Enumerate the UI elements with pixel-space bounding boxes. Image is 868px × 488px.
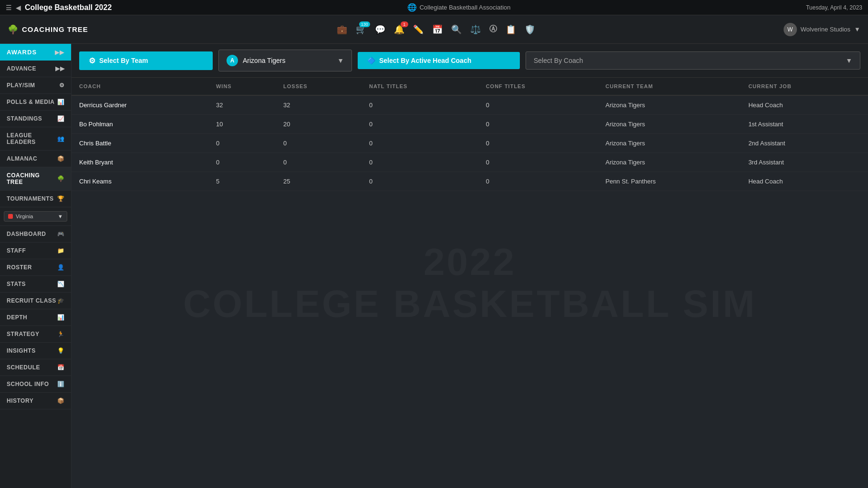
user-dropdown-arrow[interactable]: ▼: [854, 26, 860, 33]
cell-current_team: Arizona Tigers: [598, 153, 741, 172]
sidebar-item-strategy[interactable]: STRATEGY 🏃: [0, 326, 71, 343]
cell-natl_titles: 0: [362, 115, 478, 134]
select-by-head-coach-button[interactable]: 🔷 Select By Active Head Coach: [358, 52, 520, 69]
scale-icon[interactable]: ⚖️: [470, 24, 481, 35]
team-dropdown-arrow-icon: ▼: [337, 57, 344, 64]
cell-losses: 20: [276, 115, 362, 134]
sidebar-item-league-leaders[interactable]: LEAGUE LEADERS 👥: [0, 127, 71, 151]
avatar: W: [784, 23, 797, 36]
playsim-icon: ⚙: [59, 82, 65, 89]
edit-icon[interactable]: ✏️: [413, 24, 424, 35]
cell-natl_titles: 0: [362, 153, 478, 172]
sidebar-item-standings[interactable]: STANDINGS 📈: [0, 111, 71, 127]
sidebar-item-playsim[interactable]: PLAY/SIM ⚙: [0, 77, 71, 94]
sidebar-item-school-info[interactable]: SCHOOL INFO ℹ️: [0, 376, 71, 393]
league-leaders-icon: 👥: [57, 135, 65, 142]
cell-wins: 32: [208, 95, 276, 115]
sidebar-top-awards[interactable]: AWARDS ▶▶: [0, 44, 71, 61]
cell-natl_titles: 0: [362, 95, 478, 115]
select-by-team-button[interactable]: ⚙ Select By Team: [79, 51, 213, 70]
cell-wins: 10: [208, 115, 276, 134]
sidebar-item-tournaments[interactable]: TOURNAMENTS 🏆: [0, 191, 71, 207]
shield-icon[interactable]: 🛡️: [525, 24, 535, 35]
sidebar-item-dashboard[interactable]: DASHBOARD 🎮: [0, 226, 71, 243]
search-icon[interactable]: 🔍: [451, 24, 462, 35]
menu-icon[interactable]: ☰: [6, 4, 12, 11]
select-by-coach-dropdown[interactable]: Select By Coach ▼: [526, 51, 860, 70]
sidebar-item-history[interactable]: HISTORY 📦: [0, 393, 71, 409]
cell-conf_titles: 0: [478, 134, 598, 153]
sidebar-item-almanac[interactable]: ALMANAC 📦: [0, 151, 71, 167]
cell-current_job: 2nd Assistant: [741, 134, 868, 153]
cell-natl_titles: 0: [362, 134, 478, 153]
cell-current_job: 1st Assistant: [741, 115, 868, 134]
team-dropdown-label: Arizona Tigers: [243, 57, 285, 64]
sidebar-item-depth[interactable]: DEPTH 📊: [0, 309, 71, 326]
team-color-dot: [8, 214, 13, 219]
league-name: Collegiate Basketball Association: [420, 4, 511, 11]
sidebar-item-insights[interactable]: INSIGHTS 💡: [0, 343, 71, 359]
col-header-current-team: CURRENT TEAM: [598, 78, 741, 95]
stats-label: STATS: [7, 281, 26, 287]
history-label: HISTORY: [7, 397, 33, 404]
cell-current_team: Arizona Tigers: [598, 95, 741, 115]
cell-coach: Chri Keams: [72, 172, 208, 191]
table-row[interactable]: Derricus Gardner323200Arizona TigersHead…: [72, 95, 868, 115]
polls-icon: 📊: [57, 99, 65, 105]
coaching-tree-icon: 🌳: [8, 24, 18, 35]
cart-icon[interactable]: 🛒130: [356, 24, 366, 35]
cell-conf_titles: 0: [478, 95, 598, 115]
cell-wins: 0: [208, 134, 276, 153]
team-select-dropdown[interactable]: Virginia ▼: [4, 211, 67, 222]
coaching-tree-sidebar-icon: 🌳: [57, 175, 65, 182]
roster-label: ROSTER: [7, 264, 32, 271]
letter-icon[interactable]: Ⓐ: [489, 24, 497, 34]
back-icon[interactable]: ◀: [16, 4, 21, 11]
cell-current_job: 3rd Assistant: [741, 153, 868, 172]
select-by-head-coach-label: Select By Active Head Coach: [379, 57, 471, 64]
datetime-display: Tuesday, April 4, 2023: [806, 4, 862, 11]
standings-label: STANDINGS: [7, 115, 42, 122]
cell-current_team: Arizona Tigers: [598, 134, 741, 153]
school-info-icon: ℹ️: [57, 381, 65, 387]
school-info-label: SCHOOL INFO: [7, 381, 49, 387]
col-header-wins: WINS: [208, 78, 276, 95]
col-header-natl-titles: NATL TITLES: [362, 78, 478, 95]
sidebar-item-schedule[interactable]: SCHEDULE 📅: [0, 359, 71, 376]
sidebar-item-advance[interactable]: ADVANCE ▶▶: [0, 61, 71, 77]
coaching-tree-label: COACHING TREE: [7, 172, 57, 185]
clipboard-icon[interactable]: 📋: [506, 24, 516, 35]
section-title: COACHING TREE: [22, 25, 88, 33]
team-logo: A: [227, 55, 238, 66]
league-info: 🌐 Collegiate Basketball Association: [407, 3, 511, 12]
briefcase-icon[interactable]: 💼: [337, 24, 347, 35]
dashboard-label: DASHBOARD: [7, 231, 46, 237]
cell-conf_titles: 0: [478, 115, 598, 134]
table-row[interactable]: Chri Keams52500Penn St. PanthersHead Coa…: [72, 172, 868, 191]
table-row[interactable]: Bo Pohlman102000Arizona Tigers1st Assist…: [72, 115, 868, 134]
staff-icon: 📁: [57, 247, 65, 254]
col-header-losses: LOSSES: [276, 78, 362, 95]
league-leaders-label: LEAGUE LEADERS: [7, 132, 57, 145]
chat-icon[interactable]: 💬: [375, 24, 385, 35]
toolbar: 🌳 COACHING TREE 💼 🛒130 💬 🔔1 ✏️ 📅 🔍 ⚖️ Ⓐ …: [0, 15, 868, 44]
sidebar-item-staff[interactable]: STAFF 📁: [0, 243, 71, 259]
sidebar-item-recruit-class[interactable]: RECRUIT CLASS 🎓: [0, 293, 71, 309]
cell-coach: Derricus Gardner: [72, 95, 208, 115]
bell-icon[interactable]: 🔔1: [394, 24, 404, 35]
watermark: 2022COLLEGE BASKETBALL SIM: [183, 241, 756, 325]
calendar-icon[interactable]: 📅: [432, 24, 443, 35]
cell-natl_titles: 0: [362, 172, 478, 191]
sidebar-item-roster[interactable]: ROSTER 👤: [0, 259, 71, 276]
sidebar-item-polls[interactable]: POLLS & MEDIA 📊: [0, 94, 71, 111]
almanac-label: ALMANAC: [7, 155, 37, 162]
table-row[interactable]: Chris Battle0000Arizona Tigers2nd Assist…: [72, 134, 868, 153]
team-dropdown[interactable]: A Arizona Tigers ▼: [218, 50, 352, 71]
user-name: Wolverine Studios: [801, 26, 851, 33]
app-logo: College Basketball 2022: [25, 3, 112, 12]
table-row[interactable]: Keith Bryant0000Arizona Tigers3rd Assist…: [72, 153, 868, 172]
sidebar-item-stats[interactable]: STATS 📉: [0, 276, 71, 293]
cell-coach: Bo Pohlman: [72, 115, 208, 134]
filter-bar: ⚙ Select By Team A Arizona Tigers ▼ 🔷 Se…: [72, 44, 868, 78]
sidebar-item-coaching-tree[interactable]: COACHING TREE 🌳: [0, 167, 71, 191]
